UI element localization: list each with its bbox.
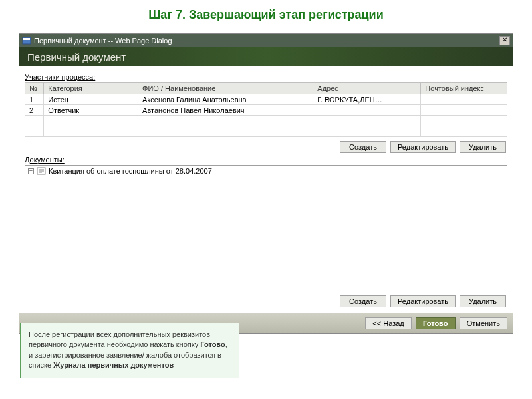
titlebar: Первичный документ -- Web Page Dialog ✕: [19, 34, 513, 47]
page-heading: Шаг 7. Завершающий этап регистрации: [0, 8, 532, 22]
table-row[interactable]: [25, 126, 507, 137]
document-text: Квитанция об оплате госпошлины от 28.04.…: [49, 167, 212, 175]
create-button[interactable]: Создать: [340, 295, 386, 307]
app-icon: [22, 36, 31, 45]
col-zip[interactable]: Почтовый индекс: [421, 83, 495, 94]
cell-num: 1: [25, 94, 44, 105]
documents-list: + Квитанция об оплате госпошлины от 28.0…: [25, 165, 507, 291]
col-address[interactable]: Адрес: [313, 83, 421, 94]
cell-num: 2: [25, 105, 44, 116]
dialog-window: Первичный документ -- Web Page Dialog ✕ …: [19, 33, 513, 334]
document-icon: [37, 167, 46, 175]
table-row[interactable]: 1 Истец Аксенова Галина Анатольевна Г. В…: [25, 94, 507, 105]
participants-grid: № Категория ФИО / Наименование Адрес Поч…: [25, 82, 507, 137]
note-text-1: После регистрации всех дополнительных ре…: [29, 331, 210, 348]
cell-fio: Аксенова Галина Анатольевна: [138, 94, 313, 105]
delete-button[interactable]: Удалить: [460, 295, 506, 307]
cell-zip: [421, 105, 495, 116]
table-row[interactable]: 2 Ответчик Автанонов Павел Николаевич: [25, 105, 507, 116]
col-spacer: [495, 83, 507, 94]
cell-category: Истец: [44, 94, 138, 105]
note-bold-1: Готово: [200, 340, 225, 348]
cell-category: Ответчик: [44, 105, 138, 116]
instruction-note: После регистрации всех дополнительных ре…: [20, 323, 239, 378]
list-item[interactable]: + Квитанция об оплате госпошлины от 28.0…: [25, 166, 507, 176]
cell-fio: Автанонов Павел Николаевич: [138, 105, 313, 116]
done-button[interactable]: Готово: [416, 317, 456, 329]
cell-address: Г. ВОРКУТА,ЛЕН…: [313, 94, 421, 105]
col-num[interactable]: №: [25, 83, 44, 94]
expand-icon[interactable]: +: [28, 168, 34, 174]
participants-buttons: Создать Редактировать Удалить: [26, 141, 506, 153]
window-title: Первичный документ -- Web Page Dialog: [34, 37, 499, 45]
col-fio[interactable]: ФИО / Наименование: [138, 83, 313, 94]
delete-button[interactable]: Удалить: [460, 141, 506, 153]
documents-label: Документы:: [25, 156, 507, 164]
participants-label: Участники процесса:: [25, 73, 507, 81]
cell-zip: [421, 94, 495, 105]
edit-button[interactable]: Редактировать: [390, 141, 456, 153]
create-button[interactable]: Создать: [340, 141, 386, 153]
dialog-subtitle: Первичный документ: [19, 47, 513, 66]
col-category[interactable]: Категория: [44, 83, 138, 94]
close-button[interactable]: ✕: [499, 36, 510, 45]
documents-buttons: Создать Редактировать Удалить: [26, 295, 506, 307]
table-row[interactable]: [25, 116, 507, 126]
back-button[interactable]: << Назад: [365, 317, 411, 329]
cancel-button[interactable]: Отменить: [460, 317, 507, 329]
edit-button[interactable]: Редактировать: [390, 295, 456, 307]
dialog-body: Участники процесса: № Категория ФИО / На…: [19, 66, 513, 313]
svg-rect-1: [23, 38, 30, 40]
note-bold-2: Журнала первичных документов: [53, 361, 174, 369]
cell-address: [313, 105, 421, 116]
